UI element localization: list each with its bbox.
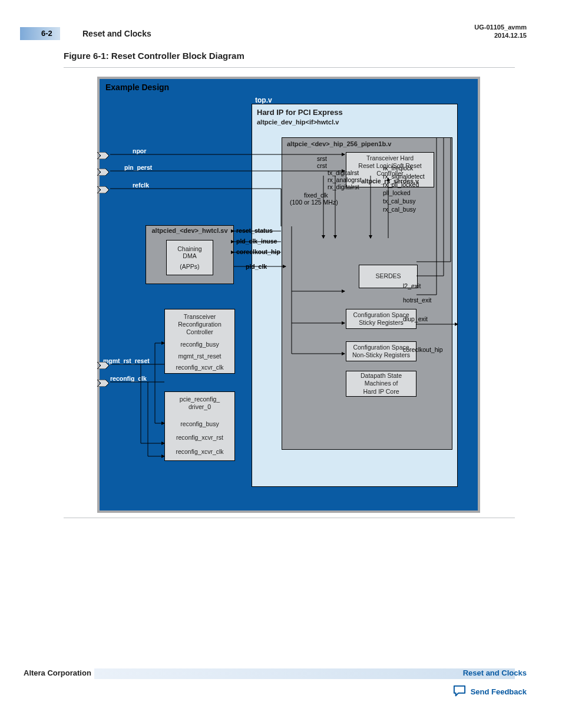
footer-corp: Altera Corporation (24, 668, 91, 677)
page-title: Reset and Clocks (82, 29, 151, 38)
footer-bar (94, 668, 515, 679)
page-num-bar (20, 27, 60, 40)
page-number: 6-2 (41, 29, 52, 38)
diagram-lines (100, 79, 478, 510)
figure-title: Figure 6-1: Reset Controller Block Diagr… (64, 51, 244, 61)
comment-icon (453, 685, 466, 699)
doc-id: UG-01105_avmm (474, 24, 527, 31)
page-header: 6-2 Reset and Clocks UG-01105_avmm 2014.… (0, 27, 562, 44)
rule-top (64, 67, 515, 68)
diagram-bg: Example Design top.v Hard IP for PCI Exp… (100, 79, 478, 510)
rule-bottom (64, 518, 515, 518)
diagram-frame: Example Design top.v Hard IP for PCI Exp… (97, 77, 480, 513)
footer-link[interactable]: Reset and Clocks (463, 668, 527, 677)
doc-date: 2014.12.15 (494, 32, 527, 39)
send-feedback-label: Send Feedback (471, 687, 527, 696)
send-feedback-link[interactable]: Send Feedback (453, 685, 527, 699)
